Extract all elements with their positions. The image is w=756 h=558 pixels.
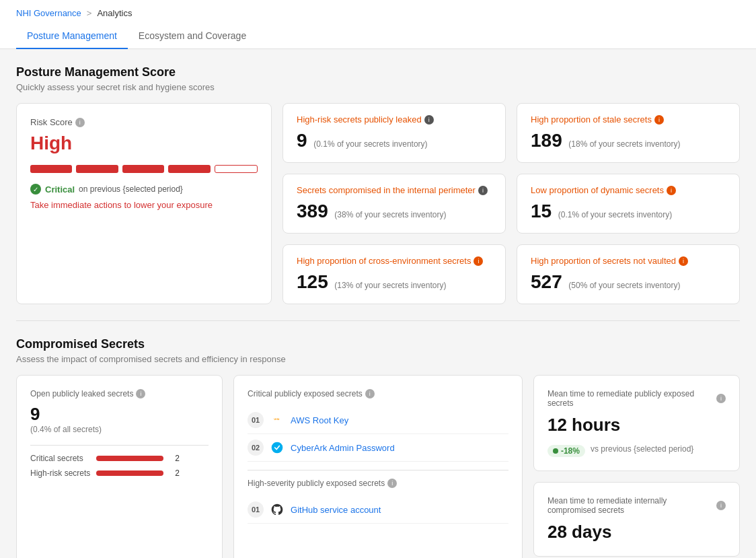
mtr-public-info-icon[interactable]: i (716, 394, 726, 403)
metric-high-risk-leaked-title: High-risk secrets publicly leaked i (297, 114, 492, 125)
mtr-public-value: 12 hours (547, 415, 726, 435)
metric-stale-sub: (18% of your secrets inventory) (568, 139, 680, 149)
metric-cross-env-value: 125 (297, 271, 328, 292)
high-risk-bar-label: High-risk secrets (30, 468, 91, 478)
comp-divider-2 (248, 470, 508, 470)
metric-stale-value: 189 (531, 130, 562, 151)
risk-bars (30, 165, 258, 173)
compromised-subtitle: Assess the impact of compromised secrets… (16, 354, 740, 364)
metric-stale-secrets: High proportion of stale secrets i 189 (… (517, 103, 740, 163)
high-risk-bar-num: 2 (169, 468, 180, 478)
metric-1-info-icon[interactable]: i (654, 115, 664, 125)
high-severity-info-icon[interactable]: i (387, 479, 397, 488)
critical-exposed-label: Critical publicly exposed secrets i (248, 389, 508, 398)
mtr-public-label: Mean time to remediate publicly exposed … (547, 389, 726, 408)
metric-5-info-icon[interactable]: i (679, 256, 688, 266)
breadcrumb-current: Analytics (97, 8, 132, 18)
metric-cross-env: High proportion of cross-environment sec… (282, 244, 506, 304)
metric-cross-env-sub: (13% of your secrets inventory) (334, 281, 446, 290)
critical-secret-item-1: 01 AWS Root Key (248, 407, 508, 434)
metric-0-info-icon[interactable]: i (424, 115, 434, 125)
status-critical-label: Critical (45, 184, 75, 195)
secret-name-github[interactable]: GitHub service account (291, 505, 381, 515)
posture-section-title: Posture Management Score (16, 65, 740, 79)
breadcrumb: NHI Governance > Analytics (16, 0, 740, 18)
critical-bar-num: 2 (169, 454, 180, 463)
metric-compromised-internal-value: 389 (297, 201, 328, 221)
risk-action: Take immediate actions to lower your exp… (30, 200, 258, 210)
metric-cross-env-title: High proportion of cross-environment sec… (297, 256, 492, 266)
mtr-internal-value: 28 days (547, 522, 726, 543)
risk-score-card: Risk Score i High ✓ Critical on previous… (16, 103, 272, 304)
posture-section: Posture Management Score Quickly assess … (16, 65, 740, 304)
mtr-column: Mean time to remediate publicly exposed … (533, 375, 740, 558)
risk-bar-1 (30, 165, 72, 173)
compromised-title: Compromised Secrets (16, 337, 740, 351)
mtr-badge-row: -18% vs previous {selected period} (547, 441, 726, 457)
compromised-section: Compromised Secrets Assess the impact of… (16, 337, 740, 558)
critical-bar-row: Critical secrets 2 (30, 454, 209, 463)
mtr-public-card: Mean time to remediate publicly exposed … (533, 375, 740, 471)
right-metrics: High proportion of stale secrets i 189 (… (517, 103, 740, 304)
metric-low-dynamic-sub: (0.1% of your secrets inventory) (558, 210, 672, 219)
tab-posture-management[interactable]: Posture Management (16, 24, 128, 49)
open-secrets-sub: (0.4% of all secrets) (30, 425, 209, 434)
metric-not-vaulted-sub: (50% of your secrets inventory) (568, 281, 680, 290)
metric-high-risk-leaked: High-risk secrets publicly leaked i 9 (0… (282, 103, 506, 163)
critical-bar (96, 456, 163, 461)
high-severity-label: High-severity publicly exposed secrets i (248, 479, 508, 488)
critical-bar-label: Critical secrets (30, 454, 91, 463)
metric-stale-title: High proportion of stale secrets i (531, 114, 726, 125)
risk-label: Risk Score i (30, 117, 258, 127)
high-risk-bar-row: High-risk secrets 2 (30, 468, 209, 478)
risk-bar-2 (76, 165, 118, 173)
risk-bar-3 (122, 165, 164, 173)
secret-num-2: 02 (248, 440, 264, 456)
metric-high-risk-leaked-value: 9 (297, 130, 307, 151)
metric-not-vaulted: High proportion of secrets not vaulted i… (517, 244, 740, 304)
high-risk-bar (96, 470, 163, 476)
comp-divider-1 (30, 445, 209, 446)
mtr-internal-label: Mean time to remediate internally compro… (547, 496, 726, 515)
critical-exposed-card: Critical publicly exposed secrets i 01 A… (233, 375, 523, 558)
high-secret-num-1: 01 (248, 501, 264, 518)
status-dot: ✓ (30, 184, 41, 195)
metric-compromised-internal-sub: (38% of your secrets inventory) (334, 210, 446, 219)
risk-bar-5 (215, 165, 258, 173)
breadcrumb-parent[interactable]: NHI Governance (16, 8, 81, 18)
metric-low-dynamic-title: Low proportion of dynamic secrets i (531, 185, 726, 195)
posture-section-subtitle: Quickly assess your secret risk and hygi… (16, 82, 740, 92)
open-secrets-info-icon[interactable]: i (136, 389, 145, 398)
mtr-internal-card: Mean time to remediate internally compro… (533, 482, 740, 557)
mtr-internal-info-icon[interactable]: i (716, 501, 726, 510)
risk-info-icon[interactable]: i (75, 118, 85, 127)
critical-secret-item-2: 02 CyberArk Admin Password (248, 434, 508, 462)
risk-value: High (30, 133, 258, 154)
open-secrets-label: Open publicly leaked secrets i (30, 389, 209, 398)
breadcrumb-separator: > (87, 8, 92, 18)
secret-name-1[interactable]: AWS Root Key (291, 415, 348, 425)
critical-secret-list: 01 AWS Root Key 02 CyberArk Admin Passwo… (248, 407, 508, 462)
tab-ecosystem-coverage[interactable]: Ecosystem and Coverage (128, 24, 257, 49)
github-icon (270, 503, 284, 516)
cyberark-icon (270, 441, 284, 454)
metric-compromised-internal: Secrets compromised in the internal peri… (282, 174, 506, 234)
svg-point-0 (272, 442, 283, 454)
risk-status: ✓ Critical on previous {selected period} (30, 184, 258, 195)
risk-bar-4 (168, 165, 210, 173)
metric-4-info-icon[interactable]: i (474, 256, 483, 266)
score-grid: Risk Score i High ✓ Critical on previous… (16, 103, 740, 304)
mtr-badge-dot (553, 448, 558, 454)
metric-not-vaulted-value: 527 (531, 271, 562, 292)
aws-icon (270, 413, 284, 427)
secret-name-2[interactable]: CyberArk Admin Password (291, 443, 395, 453)
secret-num-1: 01 (248, 412, 264, 428)
mtr-badge: -18% (547, 445, 585, 457)
open-secrets-card: Open publicly leaked secrets i 9 (0.4% o… (16, 375, 223, 558)
metric-2-info-icon[interactable]: i (478, 186, 488, 195)
metric-3-info-icon[interactable]: i (667, 186, 676, 195)
metric-compromised-internal-title: Secrets compromised in the internal peri… (297, 185, 492, 195)
critical-exposed-info-icon[interactable]: i (365, 389, 375, 398)
metric-low-dynamic: Low proportion of dynamic secrets i 15 (… (517, 174, 740, 234)
metric-not-vaulted-title: High proportion of secrets not vaulted i (531, 256, 726, 266)
